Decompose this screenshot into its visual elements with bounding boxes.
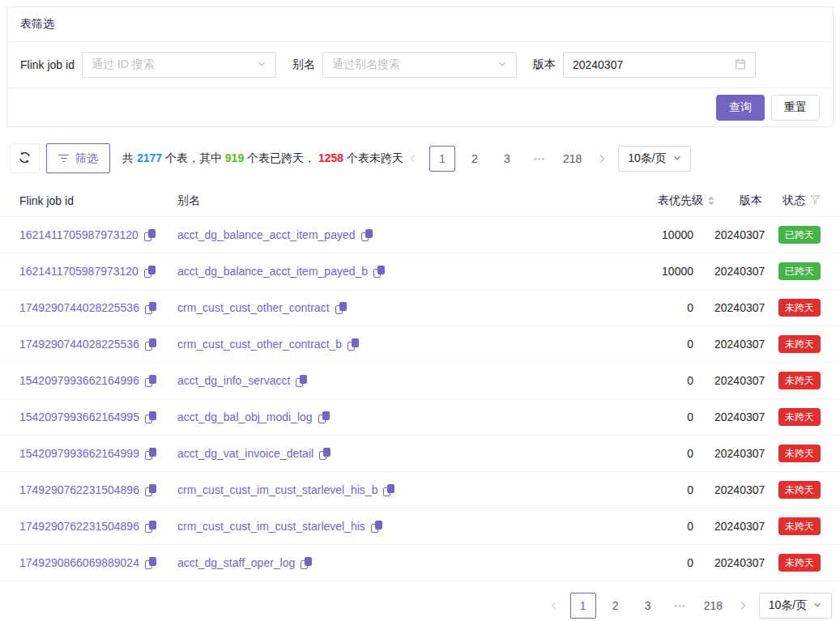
pagination-page-218[interactable]: 218	[559, 146, 586, 172]
alias-link[interactable]: crm_cust_cust_im_cust_starlevel_his	[177, 520, 365, 533]
flink-job-id-link[interactable]: 1542097993662164995	[19, 410, 139, 423]
version-label: 版本	[533, 57, 556, 72]
alias-link[interactable]: acct_dg_vat_invoice_detail	[177, 447, 313, 460]
status-header-label: 状态	[782, 194, 805, 208]
table-row: 1621411705987973120 acct_dg_balance_acct…	[0, 217, 840, 253]
copy-icon[interactable]	[301, 557, 312, 569]
priority-value: 0	[687, 447, 714, 460]
pagination-page-2[interactable]: 2	[462, 146, 488, 172]
copy-icon[interactable]	[145, 557, 156, 569]
status-badge: 未跨天	[778, 372, 821, 389]
column-header-alias: 别名	[177, 194, 534, 208]
status-badge: 未跨天	[778, 335, 821, 353]
alias-link[interactable]: acct_dg_info_servacct	[177, 374, 290, 387]
filter-actions-row: 查询 重置	[7, 88, 833, 126]
copy-icon[interactable]	[145, 521, 156, 533]
alias-link[interactable]: acct_dg_balance_acct_item_payed_b	[177, 265, 368, 278]
pagination-page-3[interactable]: 3	[494, 146, 520, 172]
flink-job-id-link[interactable]: 1749290762231504896	[19, 483, 139, 496]
flink-job-id-link[interactable]: 1749290744028225536	[19, 338, 139, 351]
copy-icon[interactable]	[144, 266, 156, 278]
status-badge: 未跨天	[778, 554, 821, 572]
version-value: 20240307	[714, 483, 762, 496]
copy-icon[interactable]	[361, 229, 373, 241]
flink-job-id-select[interactable]: 通过 ID 搜索	[82, 52, 276, 78]
refresh-button[interactable]	[10, 143, 40, 173]
version-value: 20240307	[714, 447, 762, 460]
version-date-picker[interactable]	[563, 52, 756, 78]
table-row: 1542097993662164995 acct_dg_bal_obj_modi…	[0, 399, 840, 436]
page-size-select[interactable]: 10条/页	[759, 593, 832, 619]
flink-job-id-link[interactable]: 1749290744028225536	[19, 301, 139, 314]
reset-button[interactable]: 重置	[771, 95, 820, 121]
version-date-input[interactable]	[573, 58, 735, 71]
copy-icon[interactable]	[145, 448, 156, 460]
priority-header-label: 表优先级	[658, 194, 703, 208]
priority-value: 0	[687, 483, 714, 496]
chevron-down-icon	[672, 152, 682, 165]
flink-job-id-link[interactable]: 1542097993662164999	[19, 447, 139, 460]
pagination-page-1[interactable]: 1	[429, 146, 455, 172]
copy-icon[interactable]	[383, 484, 394, 496]
summary-mid1: 个表，其中	[162, 151, 225, 164]
copy-icon[interactable]	[145, 375, 156, 387]
alias-link[interactable]: acct_dg_bal_obj_modi_log	[177, 410, 313, 423]
sort-icon[interactable]	[708, 196, 714, 206]
priority-value: 0	[687, 520, 714, 533]
version-value: 20240307	[714, 410, 762, 423]
alias-link[interactable]: crm_cust_cust_other_contract	[177, 301, 330, 314]
copy-icon[interactable]	[145, 302, 156, 314]
status-badge: 未跨天	[778, 517, 821, 535]
version-value: 20240307	[714, 556, 762, 569]
flink-job-id-link[interactable]: 1621411705987973120	[19, 228, 139, 241]
pagination-page-1[interactable]: 1	[570, 593, 596, 619]
status-badge: 未跨天	[778, 408, 821, 426]
table-row: 1749290744028225536 crm_cust_cust_other_…	[0, 290, 840, 326]
pagination-page-3[interactable]: 3	[635, 593, 661, 619]
copy-icon[interactable]	[319, 448, 330, 460]
flink-job-id-link[interactable]: 1621411705987973120	[19, 265, 139, 278]
pagination-prev-icon[interactable]	[544, 593, 564, 619]
pagination-page-2[interactable]: 2	[603, 593, 629, 619]
table-header: Flink job id 别名 表优先级 版本 状态	[0, 185, 840, 217]
pagination-next-icon[interactable]	[733, 593, 753, 619]
pagination: 123•••218 10条/页	[544, 593, 832, 619]
column-filter-funnel-icon[interactable]	[810, 194, 821, 207]
priority-value: 0	[687, 338, 714, 351]
calendar-icon	[735, 58, 746, 72]
query-button[interactable]: 查询	[716, 95, 765, 121]
alias-link[interactable]: acct_dg_balance_acct_item_payed	[177, 228, 356, 241]
flink-job-id-link[interactable]: 1749290762231504896	[19, 520, 139, 533]
flink-job-id-link[interactable]: 1542097993662164996	[19, 374, 139, 387]
alias-link[interactable]: crm_cust_cust_other_contract_b	[177, 338, 342, 351]
copy-icon[interactable]	[348, 338, 359, 351]
copy-icon[interactable]	[296, 375, 307, 387]
alias-link[interactable]: crm_cust_cust_im_cust_starlevel_his_b	[177, 483, 377, 496]
alias-link[interactable]: acct_dg_staff_oper_log	[177, 556, 295, 569]
copy-icon[interactable]	[373, 266, 385, 278]
summary-total-count: 2177	[137, 151, 162, 164]
column-header-priority[interactable]: 表优先级	[534, 194, 714, 208]
alias-select[interactable]: 通过别名搜索	[322, 52, 517, 78]
copy-icon[interactable]	[145, 411, 156, 423]
pagination-next-icon[interactable]	[592, 146, 612, 172]
filter-button[interactable]: 筛选	[46, 143, 110, 173]
pagination: 123•••218 10条/页	[403, 146, 691, 172]
copy-icon[interactable]	[144, 229, 156, 241]
status-badge: 未跨天	[778, 299, 821, 317]
copy-icon[interactable]	[318, 411, 330, 423]
copy-icon[interactable]	[145, 338, 156, 351]
page-size-label: 10条/页	[628, 151, 666, 166]
copy-icon[interactable]	[145, 484, 156, 496]
copy-icon[interactable]	[371, 521, 382, 533]
priority-value: 10000	[662, 228, 714, 241]
page-size-label: 10条/页	[769, 598, 807, 613]
copy-icon[interactable]	[335, 302, 347, 314]
pagination-prev-icon[interactable]	[403, 146, 423, 172]
page-size-select[interactable]: 10条/页	[618, 146, 691, 172]
filter-button-label: 筛选	[75, 151, 98, 166]
flink-job-id-link[interactable]: 1749290866069889024	[19, 556, 139, 569]
pagination-page-218[interactable]: 218	[700, 593, 727, 619]
alias-label: 别名	[292, 57, 315, 72]
version-value: 20240307	[714, 301, 762, 314]
